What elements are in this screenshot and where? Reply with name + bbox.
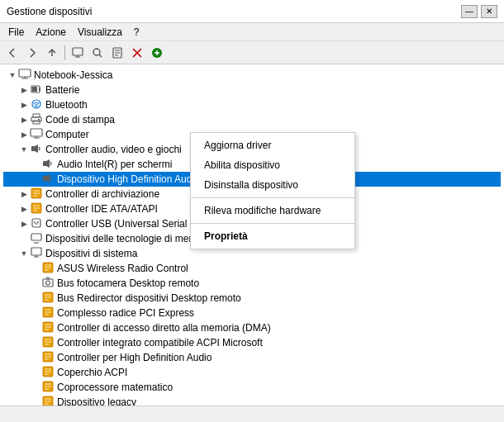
toolbar-forward[interactable] [23, 44, 41, 62]
tree-item[interactable]: ▶Bluetooth [3, 97, 501, 112]
tree-item[interactable]: Complesso radice PCI Express [3, 306, 501, 320]
menu-item-azione[interactable]: Azione [31, 25, 71, 40]
device-icon [30, 128, 43, 142]
toolbar-back[interactable] [3, 44, 21, 62]
context-menu-item-aggiorna-driver[interactable]: Aggiorna driver [191, 135, 354, 155]
svg-rect-22 [31, 234, 41, 240]
toolbar-remove[interactable] [128, 44, 146, 62]
context-menu-item-disinstalla-dispositivo[interactable]: Disinstalla dispositivo [191, 175, 354, 195]
svg-rect-15 [43, 161, 46, 166]
tree-item[interactable]: ▶Code di stampa [3, 112, 501, 127]
device-icon [30, 232, 43, 246]
tree-item-label: ASUS Wireless Radio Control [57, 263, 188, 274]
tree-item[interactable]: Bus Redirector dispositivi Desktop remot… [3, 291, 501, 306]
context-menu: Aggiorna driverAbilita dispositivoDisins… [190, 132, 355, 249]
tree-item-label: Dispositivi di sistema [45, 248, 137, 259]
svg-rect-6 [32, 87, 37, 92]
collapse-icon[interactable]: ▼ [7, 69, 18, 81]
main-content: ▼Notebook-Jessica▶Batterie▶Bluetooth▶Cod… [0, 64, 504, 405]
toolbar-computer[interactable] [69, 44, 87, 62]
tree-item-label: Coprocessore matematico [57, 382, 173, 393]
tree-item[interactable]: Coperchio ACPI [3, 365, 501, 380]
expand-icon[interactable]: ▶ [18, 114, 30, 126]
device-icon [30, 98, 43, 112]
minimize-button[interactable]: — [461, 5, 478, 18]
menu-item-visualizza[interactable]: Visualizza [73, 25, 127, 40]
tree-item-label: Code di stampa [45, 114, 115, 126]
expand-icon[interactable]: ▶ [18, 188, 30, 200]
device-icon [41, 381, 55, 395]
expand-icon[interactable]: ▶ [18, 218, 30, 230]
tree-item[interactable]: Bus fotocamera Desktop remoto [3, 276, 501, 291]
device-icon [41, 396, 55, 406]
svg-point-8 [36, 106, 37, 107]
device-icon [41, 158, 55, 172]
tree-item[interactable]: ASUS Wireless Radio Control [3, 261, 501, 276]
tree-item-label: Computer [45, 129, 89, 140]
device-icon [41, 366, 55, 380]
tree-item[interactable]: Controller per High Definition Audio [3, 350, 501, 365]
context-menu-item-rileva-modifiche-hardware[interactable]: Rileva modifiche hardware [191, 201, 354, 220]
device-icon [30, 113, 43, 127]
device-icon [30, 217, 43, 231]
device-icon [30, 83, 43, 97]
menu-item-file[interactable]: File [3, 25, 29, 40]
svg-rect-9 [33, 114, 40, 117]
context-menu-item-proprietà[interactable]: Proprietà [191, 226, 354, 246]
title-bar: Gestione dispositivi — ✕ [0, 0, 504, 23]
tree-item-label: Dispositivo High Definition Audi [57, 173, 194, 185]
device-icon [41, 277, 55, 291]
device-icon [41, 306, 55, 320]
device-icon [30, 247, 43, 261]
toolbar-add[interactable] [148, 44, 166, 62]
toolbar-up[interactable] [43, 44, 61, 62]
tree-item-label: Controller USB (Universal Serial Bus) [45, 218, 210, 230]
expand-icon[interactable]: ▶ [18, 99, 30, 111]
toolbar-properties[interactable] [108, 44, 126, 62]
tree-item-label: Controller di archiviazione [45, 188, 159, 200]
tree-item-label: Controller di accesso diretto alla memor… [57, 322, 271, 334]
expand-icon[interactable]: ▶ [18, 84, 30, 96]
menu-bar: FileAzioneVisualizza? [0, 23, 504, 41]
tree-item-label: Dispositivi delle tecnologie di memo [45, 233, 202, 244]
svg-rect-19 [32, 219, 40, 227]
device-icon [41, 336, 55, 350]
tree-item-label: Audio Intel(R) per schermi [57, 159, 172, 170]
tree-item[interactable]: Controller integrato compatibile ACPI Mi… [3, 335, 501, 350]
collapse-icon[interactable]: ▼ [18, 248, 30, 259]
svg-rect-14 [31, 146, 35, 151]
svg-rect-25 [43, 279, 53, 287]
tree-item[interactable]: ▶Batterie [3, 83, 501, 97]
tree-item-label: Complesso radice PCI Express [57, 307, 194, 319]
expand-icon[interactable]: ▶ [18, 203, 30, 215]
svg-rect-27 [46, 277, 50, 279]
context-menu-item-abilita-dispositivo[interactable]: Abilita dispositivo [191, 155, 354, 175]
toolbar-search[interactable] [88, 44, 107, 62]
svg-rect-13 [31, 129, 42, 136]
tree-item-label: Batterie [45, 84, 79, 96]
collapse-icon[interactable]: ▼ [18, 144, 30, 155]
tree-item-label: Coperchio ACPI [57, 367, 127, 378]
svg-rect-16 [43, 176, 46, 181]
device-icon [18, 69, 31, 83]
device-icon [41, 321, 55, 335]
close-button[interactable]: ✕ [481, 5, 497, 18]
toolbar [0, 41, 504, 64]
svg-point-21 [37, 221, 39, 223]
expand-icon[interactable]: ▶ [18, 129, 30, 140]
tree-item-label: Controller per High Definition Audio [57, 352, 212, 363]
svg-rect-12 [38, 119, 40, 121]
svg-point-20 [34, 221, 36, 223]
device-icon [41, 262, 55, 276]
tree-item[interactable]: Dispositivo legacy [3, 395, 501, 405]
tree-item[interactable]: Coprocessore matematico [3, 380, 501, 395]
device-icon [41, 351, 55, 365]
tree-item-label: Controller IDE ATA/ATAPI [45, 203, 158, 215]
menu-item-?[interactable]: ? [129, 25, 145, 40]
device-icon [30, 187, 43, 202]
context-menu-separator [191, 223, 354, 224]
tree-item[interactable]: ▼Notebook-Jessica [3, 68, 501, 83]
svg-rect-0 [73, 48, 83, 55]
svg-point-26 [46, 281, 50, 285]
tree-item[interactable]: Controller di accesso diretto alla memor… [3, 320, 501, 335]
